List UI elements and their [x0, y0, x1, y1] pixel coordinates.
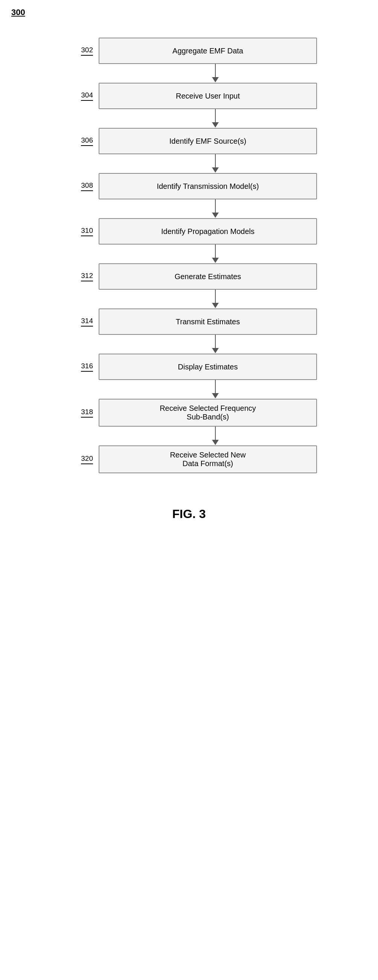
- step-box-area-306: Identify EMF Source(s): [99, 128, 325, 154]
- flowchart: 302 Aggregate EMF Data 304 Receive User: [0, 15, 378, 496]
- figure-number-top: 300: [11, 8, 25, 17]
- step-box-area-318: Receive Selected Frequency Sub-Band(s): [99, 399, 325, 426]
- arrow-line: [215, 245, 216, 258]
- step-row-314: 314 Transmit Estimates: [0, 309, 378, 335]
- step-box-area-316: Display Estimates: [99, 354, 325, 380]
- arrow-6: [53, 290, 325, 309]
- step-box-312: Generate Estimates: [99, 263, 317, 290]
- step-row-310: 310 Identify Propagation Models: [0, 218, 378, 245]
- step-box-area-314: Transmit Estimates: [99, 309, 325, 335]
- arrow-5: [53, 245, 325, 263]
- arrow-line: [215, 426, 216, 440]
- step-row-312: 312 Generate Estimates: [0, 263, 378, 290]
- step-box-area-310: Identify Propagation Models: [99, 218, 325, 245]
- arrow-9: [53, 426, 325, 445]
- step-number-308: 308: [53, 181, 99, 191]
- step-box-area-302: Aggregate EMF Data: [99, 38, 325, 64]
- step-number-314: 314: [53, 317, 99, 326]
- step-box-310: Identify Propagation Models: [99, 218, 317, 245]
- step-number-320: 320: [53, 455, 99, 464]
- arrow-line: [215, 154, 216, 167]
- step-box-area-304: Receive User Input: [99, 83, 325, 109]
- arrow-head: [212, 303, 219, 308]
- step-number-304: 304: [53, 91, 99, 101]
- step-row-306: 306 Identify EMF Source(s): [0, 128, 378, 154]
- arrow-line: [215, 199, 216, 213]
- diagram-container: 300 302 Aggregate EMF Data 304: [0, 0, 378, 536]
- step-number-318: 318: [53, 408, 99, 418]
- step-box-302: Aggregate EMF Data: [99, 38, 317, 64]
- arrow-line: [215, 335, 216, 348]
- step-box-306: Identify EMF Source(s): [99, 128, 317, 154]
- arrow-3: [53, 154, 325, 173]
- arrow-line: [215, 290, 216, 303]
- step-number-302: 302: [53, 46, 99, 56]
- step-row-320: 320 Receive Selected New Data Format(s): [0, 445, 378, 473]
- step-box-314: Transmit Estimates: [99, 309, 317, 335]
- arrow-line: [215, 64, 216, 77]
- step-number-312: 312: [53, 272, 99, 282]
- step-number-316: 316: [53, 362, 99, 372]
- step-box-316: Display Estimates: [99, 354, 317, 380]
- arrow-head: [212, 393, 219, 398]
- step-row-316: 316 Display Estimates: [0, 354, 378, 380]
- arrow-head: [212, 440, 219, 445]
- step-box-area-308: Identify Transmission Model(s): [99, 173, 325, 199]
- step-row-304: 304 Receive User Input: [0, 83, 378, 109]
- step-box-area-312: Generate Estimates: [99, 263, 325, 290]
- arrow-head: [212, 122, 219, 127]
- step-box-318: Receive Selected Frequency Sub-Band(s): [99, 399, 317, 426]
- step-box-308: Identify Transmission Model(s): [99, 173, 317, 199]
- step-box-304: Receive User Input: [99, 83, 317, 109]
- step-row-308: 308 Identify Transmission Model(s): [0, 173, 378, 199]
- arrow-line: [215, 380, 216, 393]
- step-number-306: 306: [53, 136, 99, 146]
- step-box-320: Receive Selected New Data Format(s): [99, 445, 317, 473]
- step-box-area-320: Receive Selected New Data Format(s): [99, 445, 325, 473]
- arrow-head: [212, 213, 219, 218]
- figure-caption: FIG. 3: [0, 507, 378, 521]
- step-row-302: 302 Aggregate EMF Data: [0, 38, 378, 64]
- arrow-7: [53, 335, 325, 354]
- arrow-line: [215, 109, 216, 122]
- step-row-318: 318 Receive Selected Frequency Sub-Band(…: [0, 399, 378, 426]
- arrow-head: [212, 348, 219, 353]
- step-number-310: 310: [53, 226, 99, 236]
- arrow-8: [53, 380, 325, 399]
- arrow-1: [53, 64, 325, 83]
- arrow-head: [212, 77, 219, 83]
- arrow-4: [53, 199, 325, 218]
- arrow-2: [53, 109, 325, 128]
- arrow-head: [212, 167, 219, 173]
- arrow-head: [212, 258, 219, 263]
